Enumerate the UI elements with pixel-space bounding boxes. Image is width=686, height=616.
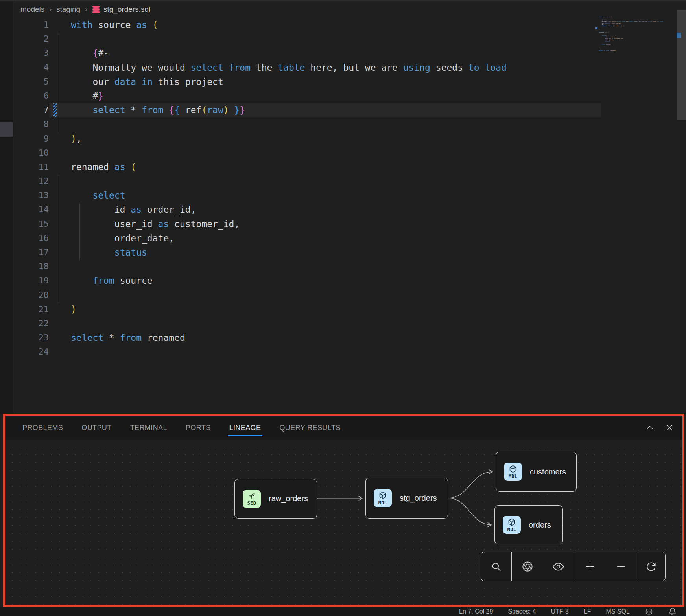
gutter[interactable] <box>50 117 71 131</box>
code-line[interactable]: 8 <box>13 117 686 131</box>
gutter[interactable] <box>50 132 71 146</box>
editor-scrollbar[interactable] <box>677 10 686 120</box>
token-tx: seeds <box>430 63 468 73</box>
code-line[interactable]: 1with source as ( <box>13 18 686 32</box>
code-line[interactable]: 9), <box>13 132 686 146</box>
line-number: 21 <box>13 302 50 316</box>
code-line[interactable]: 10 <box>13 146 686 160</box>
breadcrumb-file-name: stg_orders.sql <box>103 5 150 14</box>
code-line[interactable]: 11renamed as ( <box>13 160 686 174</box>
token-kw: load <box>485 63 506 73</box>
panel-tab-lineage[interactable]: LINEAGE <box>229 416 261 440</box>
zoom-out-icon[interactable] <box>610 556 632 577</box>
code-text: user_id as customer_id, <box>71 217 686 231</box>
token-tx: Normally we would <box>71 63 191 73</box>
code-text: from source <box>71 274 686 288</box>
token-kw: select <box>191 63 223 73</box>
code-editor[interactable]: 1with source as (23 {#-4 Normally we wou… <box>13 18 686 414</box>
zoom-in-icon[interactable] <box>579 556 601 577</box>
gutter[interactable] <box>50 75 71 89</box>
line-number: 2 <box>13 32 50 46</box>
code-line[interactable]: 13 select <box>13 188 686 202</box>
token-kw: using <box>403 63 430 73</box>
code-line[interactable]: 22 <box>13 316 686 331</box>
status-eol[interactable]: LF <box>584 608 591 615</box>
code-line[interactable]: 15 user_id as customer_id, <box>13 217 686 231</box>
token-tx: customer_id, <box>169 219 240 229</box>
close-icon[interactable] <box>665 423 674 432</box>
copilot-icon[interactable] <box>645 608 653 615</box>
gutter[interactable] <box>50 288 71 302</box>
code-line[interactable]: 16 order_date, <box>13 231 686 245</box>
line-number: 6 <box>13 89 50 103</box>
token-yl: ) <box>71 304 76 314</box>
gutter[interactable] <box>50 61 71 75</box>
code-line[interactable]: 24 <box>13 345 686 359</box>
code-line[interactable]: 18 <box>13 259 686 274</box>
gutter[interactable] <box>50 316 71 331</box>
code-line[interactable]: 2 <box>13 32 686 46</box>
code-line[interactable]: 4 Normally we would select from the tabl… <box>13 61 686 75</box>
refresh-icon[interactable] <box>640 556 662 577</box>
line-number: 13 <box>13 188 50 202</box>
gutter[interactable] <box>50 217 71 231</box>
status-indentation[interactable]: Spaces: 4 <box>508 608 536 615</box>
lineage-canvas[interactable]: SEDraw_ordersMDLstg_ordersMDLcustomersMD… <box>5 440 682 605</box>
status-encoding[interactable]: UTF-8 <box>551 608 569 615</box>
gutter[interactable] <box>50 274 71 288</box>
bell-icon[interactable] <box>668 607 677 616</box>
gutter[interactable] <box>50 302 71 316</box>
aperture-icon[interactable] <box>517 556 538 577</box>
panel-tab-ports[interactable]: PORTS <box>186 416 211 440</box>
gutter[interactable] <box>50 146 71 160</box>
lineage-node-stg_orders[interactable]: MDLstg_orders <box>365 478 448 519</box>
code-line[interactable]: 21) <box>13 302 686 316</box>
code-line[interactable]: 14 id as order_id, <box>13 202 686 217</box>
gutter[interactable] <box>50 245 71 259</box>
breadcrumb-item-models[interactable]: models <box>20 5 44 14</box>
gutter[interactable] <box>50 103 71 117</box>
code-line[interactable]: 5 our data in this project <box>13 75 686 89</box>
breadcrumb-item-staging[interactable]: staging <box>56 5 80 14</box>
panel-tab-problems[interactable]: PROBLEMS <box>22 416 63 440</box>
code-line[interactable]: 23select * from renamed <box>13 331 686 345</box>
gutter[interactable] <box>50 202 71 217</box>
code-line[interactable]: 17 status <box>13 245 686 259</box>
gutter[interactable] <box>50 32 71 46</box>
gutter[interactable] <box>50 188 71 202</box>
gutter[interactable] <box>50 174 71 188</box>
panel-tab-output[interactable]: OUTPUT <box>81 416 111 440</box>
lineage-node-orders[interactable]: MDLorders <box>494 505 563 544</box>
gutter[interactable] <box>50 331 71 345</box>
code-line[interactable]: 7 select * from {{ ref(raw) }} <box>13 103 686 117</box>
gutter[interactable] <box>50 89 71 103</box>
code-line[interactable]: 19 from source <box>13 274 686 288</box>
line-number: 20 <box>13 288 50 302</box>
chevron-up-icon[interactable] <box>645 423 654 432</box>
code-line[interactable]: 3 {#- <box>13 46 686 60</box>
code-line[interactable]: 20 <box>13 288 686 302</box>
status-language-mode[interactable]: MS SQL <box>606 608 630 615</box>
code-line[interactable]: 12 <box>13 174 686 188</box>
lineage-node-raw_orders[interactable]: SEDraw_orders <box>234 479 317 519</box>
gutter[interactable] <box>50 345 71 359</box>
eye-icon[interactable] <box>548 556 569 577</box>
gutter[interactable] <box>50 160 71 174</box>
gutter[interactable] <box>50 46 71 60</box>
code-text <box>71 146 686 160</box>
search-icon[interactable] <box>486 556 507 577</box>
code-text: select * from renamed <box>71 331 686 345</box>
lineage-node-customers[interactable]: MDLcustomers <box>496 452 577 492</box>
breadcrumb-item-file[interactable]: stg_orders.sql <box>92 5 150 14</box>
status-cursor-position[interactable]: Ln 7, Col 29 <box>459 608 493 615</box>
status-bar: Ln 7, Col 29 Spaces: 4 UTF-8 LF MS SQL <box>0 607 686 616</box>
gutter[interactable] <box>50 259 71 274</box>
gutter[interactable] <box>50 18 71 32</box>
minimap[interactable]: with source as ( {#- Normally we would s… <box>595 17 676 64</box>
panel-tab-bar: PROBLEMSOUTPUTTERMINALPORTSLINEAGEQUERY … <box>5 416 682 440</box>
code-line[interactable]: 6 #} <box>13 89 686 103</box>
panel-tab-terminal[interactable]: TERMINAL <box>130 416 167 440</box>
badge-label: MDL <box>378 500 387 505</box>
panel-tab-query-results[interactable]: QUERY RESULTS <box>279 416 340 440</box>
gutter[interactable] <box>50 231 71 245</box>
